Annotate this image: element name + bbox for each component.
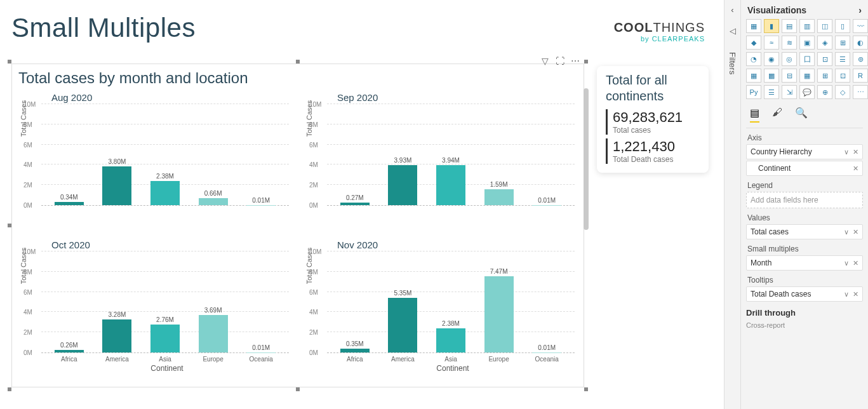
viz-type-icon[interactable]: ⋯ [853,85,868,99]
bar[interactable]: 0.01M [529,344,564,352]
panel-title: Aug 2020 [51,92,293,103]
bar-data-label: 0.01M [252,197,270,204]
bar[interactable]: 3.94M [433,157,469,205]
fields-tab-icon[interactable]: ▤ [750,107,759,123]
remove-field-icon[interactable]: ✕ [853,290,858,298]
kpi-label: Total cases [613,126,700,135]
bar[interactable]: 2.76M [147,316,183,352]
report-canvas: Small Multiples COOLTHINGS by CLEARPEAKS… [0,0,724,409]
viz-type-icon[interactable]: 〰 [853,19,868,33]
values-field-well[interactable]: Total cases ∨✕ [746,224,863,239]
viz-type-icon[interactable]: ⊡ [835,69,850,83]
viz-type-icon[interactable]: 💬 [799,85,815,99]
bar[interactable]: 0.34M [51,194,87,205]
filters-pane-collapsed[interactable]: ‹ ◁ Filters [724,0,740,409]
remove-field-icon[interactable]: ✕ [853,148,858,156]
viz-type-icon[interactable]: ◫ [817,19,832,33]
bar[interactable]: 0.35M [337,340,373,352]
viz-type-icon[interactable]: ⊞ [835,36,850,50]
y-tick: 10M [23,248,36,255]
filter-icon[interactable]: ▽ [539,55,551,67]
viz-type-icon[interactable]: ▦ [799,69,815,83]
viz-type-icon[interactable]: ☰ [764,85,779,99]
analytics-tab-icon[interactable]: 🔍 [795,107,808,123]
viz-type-icon[interactable]: ▥ [799,19,815,33]
plot-area: Total Cases0M2M4M6M8M10M0.34M3.80M2.38M0… [41,104,289,206]
chevron-right-icon[interactable]: › [858,5,862,15]
viz-type-icon[interactable]: ◐ [853,36,868,50]
viz-type-icon[interactable]: ▦ [746,69,761,83]
bar[interactable]: 0.01M [243,344,279,352]
viz-type-icon[interactable]: ≈ [764,36,779,50]
chart-panel: Nov 2020Total Cases0M2M4M6M8M10M0.35M5.3… [298,236,584,383]
viz-type-icon[interactable]: ▮ [764,19,779,33]
y-tick: 10M [309,101,321,108]
viz-type-icon[interactable]: ⊡ [817,52,832,66]
format-tab-icon[interactable]: 🖌 [772,107,782,123]
more-options-icon[interactable]: ⋯ [570,55,581,67]
bar-data-label: 0.01M [538,197,556,204]
viz-type-icon[interactable]: ▣ [799,36,815,50]
viz-type-icon[interactable]: ⊕ [817,85,832,99]
small-multiples-field-well[interactable]: Month ∨✕ [746,255,863,271]
bar[interactable]: 0.01M [529,197,564,205]
viz-type-icon[interactable]: ☰ [835,52,850,66]
viz-type-icon[interactable]: ◇ [835,85,850,99]
axis-hierarchy-level[interactable]: Continent ✕ [746,161,863,176]
viz-type-icon[interactable]: ⊚ [853,52,868,66]
viz-type-icon[interactable]: ▯ [835,19,850,33]
bar[interactable]: 1.59M [481,181,517,205]
viz-type-icon[interactable]: ◉ [764,52,779,66]
bar[interactable]: 3.93M [385,157,420,205]
viz-type-icon[interactable]: Py [746,85,761,99]
viz-type-icon[interactable]: ▩ [764,69,779,83]
remove-field-icon[interactable]: ✕ [853,228,858,236]
bar[interactable]: 2.38M [147,173,183,205]
viz-type-icon[interactable]: 囗 [799,52,815,66]
viz-type-icon[interactable]: ⊞ [817,69,832,83]
y-tick: 4M [23,161,32,168]
viz-type-icon[interactable]: ≋ [782,36,797,50]
viz-type-icon[interactable]: ◎ [782,52,797,66]
viz-type-icon[interactable]: ◆ [746,36,761,50]
bar[interactable]: 3.28M [99,311,135,352]
y-tick: 10M [23,101,36,108]
viz-type-icon[interactable]: ◔ [746,52,761,66]
bar[interactable]: 2.38M [433,320,469,352]
filters-label[interactable]: Filters [728,52,737,74]
bar[interactable]: 0.66M [196,190,231,205]
legend-field-well[interactable]: Add data fields here [746,192,863,208]
bar-data-label: 3.93M [394,157,411,164]
viz-type-icon[interactable]: ⇲ [782,85,797,99]
chevron-left-icon[interactable]: ‹ [731,5,733,15]
axis-sub-name: Continent [758,164,791,173]
scrollbar[interactable] [584,88,589,230]
viz-type-icon[interactable]: ▤ [782,19,797,33]
bookmark-icon[interactable]: ◁ [730,26,736,36]
tooltips-field-well[interactable]: Total Death cases ∨✕ [746,286,863,302]
axis-field-well[interactable]: Country Hierarchy ∨✕ [746,144,863,159]
chevron-down-icon[interactable]: ∨ [844,228,849,236]
chevron-down-icon[interactable]: ∨ [844,259,849,267]
viz-type-icon[interactable]: ◈ [817,36,832,50]
chevron-down-icon[interactable]: ∨ [844,290,849,298]
focus-mode-icon[interactable]: ⛶ [554,55,566,67]
bar[interactable]: 0.01M [243,197,279,205]
bar[interactable]: 0.26M [51,342,87,352]
x-axis-label: Continent [41,364,293,373]
kpi-card[interactable]: Total for all continents 69,283,621Total… [597,66,709,173]
bar[interactable]: 3.80M [99,158,135,205]
remove-field-icon[interactable]: ✕ [853,164,858,173]
bar[interactable]: 3.69M [196,307,231,352]
bar[interactable]: 0.27M [337,194,373,205]
remove-field-icon[interactable]: ✕ [853,259,858,267]
viz-type-icon[interactable]: ⊟ [782,69,797,83]
viz-type-icon[interactable]: ▦ [746,19,761,33]
chart-visual[interactable]: ▽ ⛶ ⋯ Total cases by month and location … [11,64,584,387]
bar[interactable]: 7.47M [481,268,517,352]
bar-rect [150,181,180,205]
viz-type-icon[interactable]: R [853,69,868,83]
bar-data-label: 0.01M [252,344,270,351]
chevron-down-icon[interactable]: ∨ [844,148,849,156]
bar[interactable]: 5.35M [385,290,420,352]
